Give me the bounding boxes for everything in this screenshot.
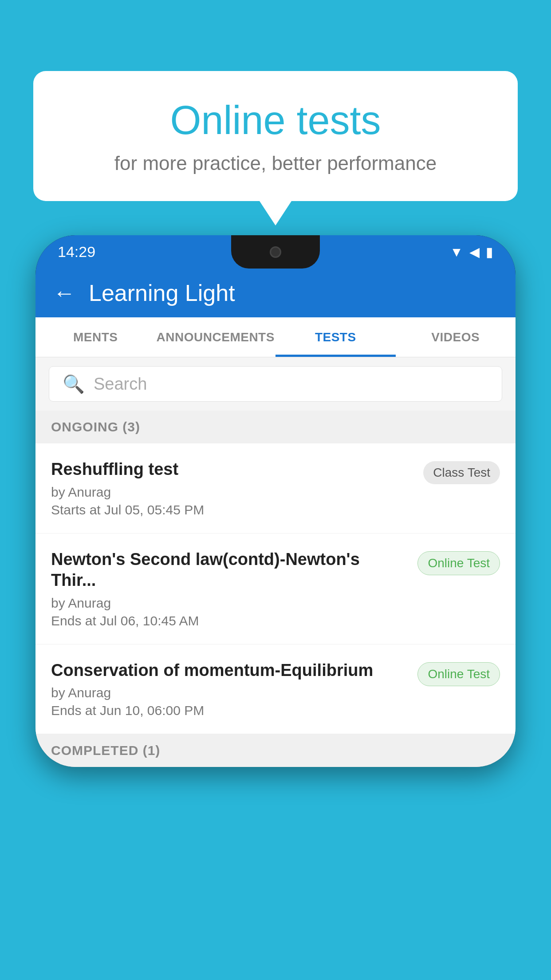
completed-section-header: COMPLETED (1) xyxy=(35,734,516,767)
test-time: Ends at Jul 06, 10:45 AM xyxy=(51,613,409,628)
test-list: Reshuffling test by Anurag Starts at Jul… xyxy=(35,443,516,734)
test-item[interactable]: Newton's Second law(contd)-Newton's Thir… xyxy=(35,533,516,644)
tab-announcements[interactable]: ANNOUNCEMENTS xyxy=(156,317,276,357)
speech-bubble: Online tests for more practice, better p… xyxy=(33,71,518,201)
bubble-subtitle: for more practice, better performance xyxy=(64,152,487,174)
tab-tests[interactable]: TESTS xyxy=(276,317,396,357)
search-container: 🔍 Search xyxy=(35,357,516,411)
test-time: Starts at Jul 05, 05:45 PM xyxy=(51,502,414,518)
phone-frame: 14:29 ▼ ◀ ▮ ← Learning Light MENTS ANNOU… xyxy=(35,235,516,767)
test-time: Ends at Jun 10, 06:00 PM xyxy=(51,703,409,718)
back-button[interactable]: ← xyxy=(53,280,75,306)
signal-icon: ◀ xyxy=(469,244,480,260)
tab-videos[interactable]: VIDEOS xyxy=(396,317,516,357)
status-time: 14:29 xyxy=(58,243,95,261)
test-item[interactable]: Reshuffling test by Anurag Starts at Jul… xyxy=(35,443,516,533)
test-item[interactable]: Conservation of momentum-Equilibrium by … xyxy=(35,644,516,735)
tab-ments[interactable]: MENTS xyxy=(35,317,156,357)
test-by: by Anurag xyxy=(51,596,409,611)
test-info: Newton's Second law(contd)-Newton's Thir… xyxy=(51,549,409,628)
app-bar: ← Learning Light xyxy=(35,269,516,317)
test-badge-online: Online Test xyxy=(417,551,500,575)
tabs-bar: MENTS ANNOUNCEMENTS TESTS VIDEOS xyxy=(35,317,516,357)
test-badge-online-2: Online Test xyxy=(417,662,500,686)
phone-wrapper: 14:29 ▼ ◀ ▮ ← Learning Light MENTS ANNOU… xyxy=(35,235,516,980)
camera xyxy=(270,246,281,258)
phone-content: 🔍 Search ONGOING (3) Reshuffling test by… xyxy=(35,357,516,767)
bubble-title: Online tests xyxy=(64,98,487,143)
test-name: Conservation of momentum-Equilibrium xyxy=(51,660,409,681)
test-info: Conservation of momentum-Equilibrium by … xyxy=(51,660,409,719)
status-bar: 14:29 ▼ ◀ ▮ xyxy=(35,235,516,269)
search-icon: 🔍 xyxy=(63,374,85,395)
test-by: by Anurag xyxy=(51,685,409,700)
test-by: by Anurag xyxy=(51,485,414,500)
notch xyxy=(231,235,320,269)
test-badge-class: Class Test xyxy=(423,461,500,484)
app-title: Learning Light xyxy=(89,280,235,306)
wifi-icon: ▼ xyxy=(450,245,463,260)
search-placeholder: Search xyxy=(94,375,147,394)
test-name: Newton's Second law(contd)-Newton's Thir… xyxy=(51,549,409,591)
search-box[interactable]: 🔍 Search xyxy=(49,366,502,402)
test-name: Reshuffling test xyxy=(51,459,414,480)
status-icons: ▼ ◀ ▮ xyxy=(450,244,493,260)
battery-icon: ▮ xyxy=(486,244,493,260)
test-info: Reshuffling test by Anurag Starts at Jul… xyxy=(51,459,414,518)
ongoing-section-header: ONGOING (3) xyxy=(35,411,516,443)
